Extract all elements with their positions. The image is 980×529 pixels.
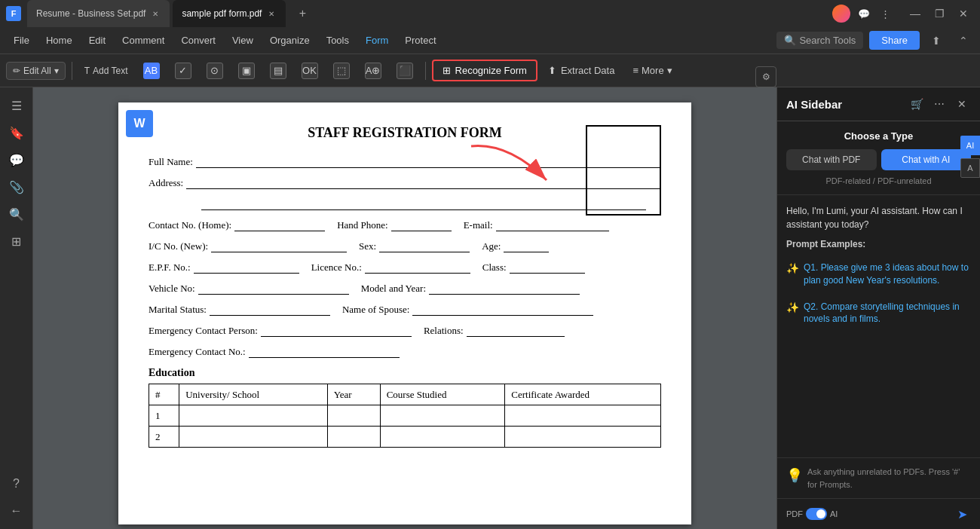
- menu-view[interactable]: View: [225, 32, 261, 49]
- user-avatar[interactable]: [832, 5, 850, 23]
- translate-panel-icon[interactable]: A: [960, 158, 980, 178]
- emergency-no-row: Emergency Contact No.:: [149, 346, 661, 358]
- prompt-text-1: Q1. Please give me 3 ideas about how to …: [804, 261, 971, 287]
- checkbox-button[interactable]: ✓: [169, 60, 198, 82]
- relations-line: [467, 325, 565, 337]
- sidebar-help[interactable]: ?: [5, 472, 29, 496]
- tab-sample-label: sample pdf form.pdf: [182, 8, 262, 19]
- marital-label: Marital Status:: [149, 304, 207, 316]
- menu-tools[interactable]: Tools: [319, 32, 357, 49]
- recognize-form-button[interactable]: ⊞ Recognize Form: [432, 60, 537, 81]
- menu-organize[interactable]: Organize: [262, 32, 317, 49]
- ai-sidebar-header: AI Sidebar 🛒 ⋯ ✕: [777, 87, 980, 121]
- menu-form[interactable]: Form: [358, 32, 396, 49]
- signature-button[interactable]: ⬚: [327, 60, 356, 82]
- extract-data-label: Extract Data: [561, 65, 615, 76]
- emergency-no-line: [249, 346, 400, 358]
- spouse-item: Name of Spouse:: [342, 304, 594, 316]
- list-button[interactable]: ▤: [264, 60, 292, 82]
- ok-icon: OK: [302, 63, 318, 79]
- add-tab-button[interactable]: +: [292, 3, 313, 24]
- sex-line: [379, 240, 470, 252]
- ic-item: I/C No. (New):: [149, 240, 347, 252]
- epf-line: [194, 261, 299, 274]
- vehicle-item: Vehicle No:: [149, 283, 349, 295]
- table-row: 1: [149, 405, 661, 427]
- pdf-area[interactable]: W STAFF REGISTRATION FORM Full Name: Add…: [33, 87, 776, 529]
- address-line2: [201, 198, 646, 210]
- maximize-button[interactable]: ❐: [929, 3, 950, 24]
- tab-sample[interactable]: sample pdf form.pdf ✕: [173, 0, 286, 27]
- marital-item: Marital Status:: [149, 304, 330, 316]
- search-tools-button[interactable]: 🔍 Search Tools: [776, 32, 863, 49]
- date-button[interactable]: A⊕: [359, 60, 387, 82]
- sidebar-thumbnails[interactable]: ☰: [5, 93, 29, 118]
- tab-resume-label: Resume - Business Set.pdf: [36, 8, 145, 19]
- ai-sidebar-footer: 💡 Ask anything unrelated to PDFs. Press …: [777, 457, 980, 498]
- age-label: Age:: [482, 240, 501, 252]
- email-label: E-mail:: [464, 219, 493, 231]
- row2-num: 2: [149, 427, 179, 448]
- checkbox-icon: ✓: [175, 63, 191, 79]
- send-button[interactable]: ➤: [953, 505, 971, 523]
- ai-more-icon[interactable]: ⋯: [930, 95, 948, 113]
- add-text-icon: T: [84, 66, 90, 76]
- lightbulb-icon: 💡: [786, 467, 803, 484]
- more-options-icon[interactable]: ⋮: [877, 6, 893, 21]
- pdf-ai-toggle[interactable]: [806, 508, 827, 520]
- extract-data-button[interactable]: ⬆ Extract Data: [541, 61, 623, 80]
- ai-panel-icon[interactable]: AI: [960, 136, 980, 155]
- ai-close-icon[interactable]: ✕: [953, 95, 971, 113]
- row1-course: [380, 405, 505, 427]
- sidebar-attachments[interactable]: 📎: [5, 175, 29, 199]
- tab-resume[interactable]: Resume - Business Set.pdf ✕: [27, 0, 170, 27]
- menu-file[interactable]: File: [6, 32, 37, 49]
- pdf-label: PDF: [786, 509, 803, 518]
- minimize-button[interactable]: —: [905, 3, 926, 24]
- hand-phone-item: Hand Phone:: [337, 219, 452, 231]
- menu-convert[interactable]: Convert: [173, 32, 223, 49]
- barcode-button[interactable]: ⬛: [390, 60, 419, 82]
- menu-protect[interactable]: Protect: [397, 32, 443, 49]
- emergency-contact-label: Emergency Contact Person:: [149, 325, 258, 337]
- chat-with-ai-button[interactable]: Chat with AI: [881, 149, 972, 170]
- extract-data-icon: ⬆: [548, 65, 556, 76]
- chat-with-pdf-button[interactable]: Chat with PDF: [786, 149, 877, 170]
- close-button[interactable]: ✕: [953, 3, 974, 24]
- image-button[interactable]: ▣: [232, 60, 261, 82]
- more-chevron-icon: ▾: [667, 65, 672, 76]
- radio-button[interactable]: ⊙: [201, 60, 229, 82]
- chat-icon[interactable]: 💬: [856, 6, 871, 21]
- sidebar-comments[interactable]: 💬: [5, 148, 29, 172]
- email-line: [496, 219, 609, 231]
- add-text-button[interactable]: T Add Text: [78, 63, 134, 79]
- upload-icon[interactable]: ⬆: [926, 30, 947, 51]
- sidebar-collapse[interactable]: ←: [5, 499, 29, 523]
- cart-icon[interactable]: 🛒: [908, 95, 926, 113]
- chevron-up-icon[interactable]: ⌃: [953, 30, 974, 51]
- tab-resume-close[interactable]: ✕: [150, 8, 161, 19]
- relations-label: Relations:: [424, 325, 464, 337]
- sidebar-bookmarks[interactable]: 🔖: [5, 121, 29, 145]
- prompt-item-1[interactable]: ✨ Q1. Please give me 3 ideas about how t…: [786, 261, 971, 287]
- menu-home[interactable]: Home: [38, 32, 80, 49]
- ok-button[interactable]: OK: [296, 60, 324, 82]
- prompt-examples-label: Prompt Examples:: [786, 239, 971, 249]
- sidebar-layers[interactable]: ⊞: [5, 229, 29, 253]
- address-label: Address:: [149, 177, 183, 189]
- tab-sample-close[interactable]: ✕: [266, 8, 277, 19]
- col-number: #: [149, 384, 179, 405]
- share-button[interactable]: Share: [869, 31, 920, 50]
- more-button[interactable]: ≡ More ▾: [625, 61, 679, 80]
- prompt-item-2[interactable]: ✨ Q2. Compare storytelling techniques in…: [786, 301, 971, 326]
- text-field-button[interactable]: AB: [137, 60, 166, 82]
- title-bar-right: 💬 ⋮ — ❐ ✕: [832, 3, 974, 24]
- ai-right-panel: AI A: [960, 136, 980, 178]
- menu-edit[interactable]: Edit: [81, 32, 113, 49]
- row1-university: [179, 405, 327, 427]
- sidebar-search[interactable]: 🔍: [5, 202, 29, 226]
- marital-row: Marital Status: Name of Spouse:: [149, 304, 661, 316]
- menu-comment[interactable]: Comment: [115, 32, 172, 49]
- row2-certificate: [505, 427, 661, 448]
- edit-all-button[interactable]: ✏ Edit All ▾: [6, 62, 66, 80]
